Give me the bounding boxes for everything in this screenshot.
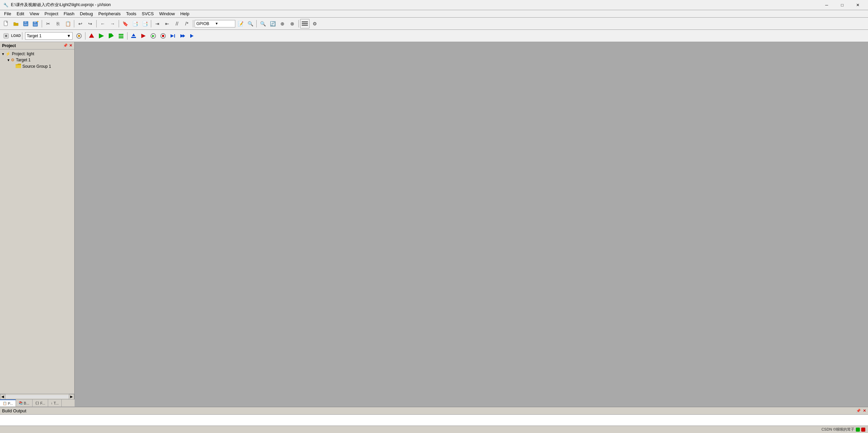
- bookmark1-button[interactable]: 🔖: [120, 19, 130, 28]
- project-panel-header: Project 📌 ✕: [0, 42, 74, 49]
- menu-peripherals[interactable]: Peripherals: [96, 11, 123, 17]
- close-button[interactable]: ✕: [850, 0, 865, 10]
- status-text: CSDN ©嗦嗦的茸子: [822, 427, 854, 432]
- tree-item-target[interactable]: ▼ ⚙ Target 1: [0, 57, 74, 63]
- svg-rect-10: [302, 25, 308, 26]
- findall-button[interactable]: ⊕: [278, 19, 287, 28]
- tab-project[interactable]: 📋 P...: [0, 399, 16, 407]
- menu-view[interactable]: View: [27, 11, 42, 17]
- menu-svcs[interactable]: SVCS: [139, 11, 156, 17]
- maximize-button[interactable]: □: [835, 0, 850, 10]
- goto-button[interactable]: ⊗: [288, 19, 297, 28]
- menu-flash[interactable]: Flash: [61, 11, 77, 17]
- menu-help[interactable]: Help: [178, 11, 192, 17]
- view1-button[interactable]: 📝: [236, 19, 245, 28]
- scroll-left-button[interactable]: ◀: [0, 394, 5, 399]
- gpio-dropdown[interactable]: GPIOB ▼: [195, 20, 235, 27]
- paste-button[interactable]: 📋: [63, 19, 73, 28]
- menu-edit[interactable]: Edit: [14, 11, 27, 17]
- tools-button[interactable]: ⚙: [310, 19, 319, 28]
- cut-button[interactable]: ✂: [43, 19, 53, 28]
- nav-back-button[interactable]: ←: [98, 19, 107, 28]
- svg-marker-16: [99, 34, 104, 38]
- target-label: Target 1: [16, 58, 31, 62]
- build-settings-button[interactable]: [1, 31, 11, 41]
- build-output-close-icon[interactable]: ✕: [863, 409, 866, 413]
- step-out-button[interactable]: [188, 31, 197, 41]
- target-options-button[interactable]: [74, 31, 84, 41]
- batch-build-button[interactable]: [116, 31, 126, 41]
- toolbar-separator-7: [256, 20, 257, 27]
- editor-area[interactable]: [75, 42, 868, 407]
- view-mode-button[interactable]: [300, 19, 310, 28]
- toolbar2: LOAD Target 1 ▼: [0, 30, 868, 42]
- load-button[interactable]: LOAD: [11, 31, 21, 41]
- indent-button[interactable]: ⇥: [153, 19, 162, 28]
- build-button[interactable]: [97, 31, 106, 41]
- tab-templates[interactable]: ↓ T...: [48, 399, 62, 407]
- toolbar1: ✂ ⎘ 📋 ↩ ↪ ← → 🔖 📑 📑 ⇥ ⇤ // /* GPIOB ▼ 📝 …: [0, 18, 868, 30]
- build-output-content: [0, 415, 868, 426]
- tab-books[interactable]: 📚 B...: [16, 399, 33, 407]
- open-file-button[interactable]: [11, 19, 21, 28]
- rebuild-button[interactable]: [106, 31, 116, 41]
- menu-project[interactable]: Project: [42, 11, 61, 17]
- tree-item-project[interactable]: ▼ ⚡ Project: light: [0, 51, 74, 57]
- redo-button[interactable]: ↪: [85, 19, 95, 28]
- menu-window[interactable]: Window: [156, 11, 177, 17]
- svg-rect-6: [34, 24, 37, 26]
- pin-icon[interactable]: 📌: [63, 43, 68, 48]
- copy-button[interactable]: ⎘: [53, 19, 63, 28]
- build-output-title: Build Output: [2, 408, 26, 413]
- svg-marker-17: [109, 34, 114, 38]
- save-button[interactable]: [21, 19, 31, 28]
- target-select[interactable]: Target 1 ▼: [25, 32, 73, 40]
- content-area: Project 📌 ✕ ▼ ⚡ Project: light: [0, 42, 868, 426]
- undo-button[interactable]: ↩: [76, 19, 85, 28]
- run-button[interactable]: [149, 31, 158, 41]
- left-panel-scrollbar: ◀ ▶: [0, 394, 74, 399]
- find-button[interactable]: 🔍: [258, 19, 268, 28]
- minimize-button[interactable]: ─: [819, 0, 834, 10]
- toolbar-separator-5: [151, 20, 151, 27]
- step-into-button[interactable]: [168, 31, 178, 41]
- nav-forward-button[interactable]: →: [108, 19, 117, 28]
- tab-functions[interactable]: {} F...: [33, 399, 48, 407]
- middle-row: Project 📌 ✕ ▼ ⚡ Project: light: [0, 42, 868, 407]
- toolbar-separator-4: [119, 20, 119, 27]
- download-button[interactable]: [129, 31, 138, 41]
- scroll-track[interactable]: [5, 395, 69, 398]
- menu-file[interactable]: File: [1, 11, 14, 17]
- comment-button[interactable]: //: [172, 19, 182, 28]
- replace-button[interactable]: 🔄: [268, 19, 277, 28]
- uncomment-button[interactable]: /*: [182, 19, 192, 28]
- toolbar2-separator-1: [22, 32, 22, 40]
- close-panel-icon[interactable]: ✕: [69, 43, 72, 48]
- project-icon: ⚡: [5, 51, 11, 56]
- menu-debug[interactable]: Debug: [77, 11, 96, 17]
- status-right-section: CSDN ©嗦嗦的茸子: [822, 427, 865, 432]
- panel-control-icons: 📌 ✕: [63, 43, 72, 48]
- unindent-button[interactable]: ⇤: [162, 19, 172, 28]
- build-output-pin-icon[interactable]: 📌: [856, 409, 861, 413]
- save-all-button[interactable]: [31, 19, 40, 28]
- stop-button[interactable]: [158, 31, 168, 41]
- build-output-panel: Build Output 📌 ✕: [0, 407, 868, 426]
- start-debug-button[interactable]: [139, 31, 148, 41]
- toolbar-separator-3: [96, 20, 97, 27]
- step-over-button[interactable]: [178, 31, 188, 41]
- toolbar-separator-2: [74, 20, 74, 27]
- build-output-header: Build Output 📌 ✕: [0, 407, 868, 415]
- bookmark3-button[interactable]: 📑: [140, 19, 150, 28]
- menu-tools[interactable]: Tools: [123, 11, 139, 17]
- bookmark2-button[interactable]: 📑: [130, 19, 140, 28]
- view2-button[interactable]: 🔍: [245, 19, 255, 28]
- svg-marker-25: [152, 35, 155, 37]
- tree-item-source-group[interactable]: ▶ Source Group 1: [0, 63, 74, 70]
- svg-rect-7: [37, 21, 38, 22]
- tab-books-label: B...: [24, 401, 29, 405]
- translate-button[interactable]: [87, 31, 96, 41]
- new-file-button[interactable]: [1, 19, 11, 28]
- scroll-right-button[interactable]: ▶: [69, 394, 74, 399]
- svg-rect-2: [24, 21, 26, 23]
